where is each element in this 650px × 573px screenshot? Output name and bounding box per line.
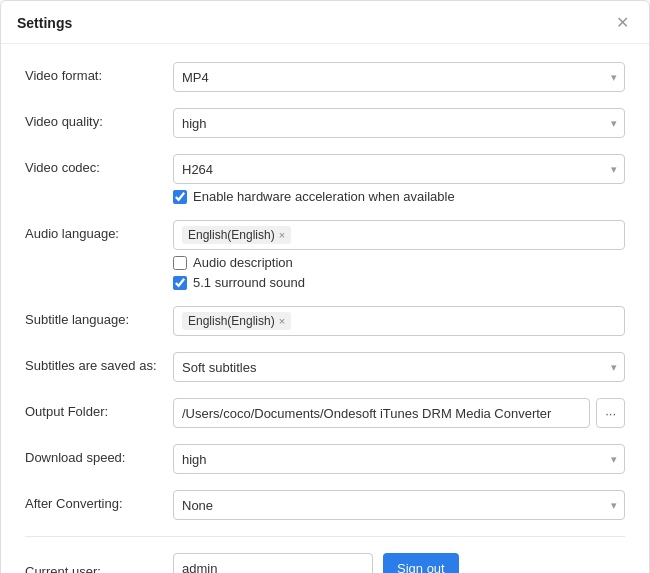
download-speed-row: Download speed: high medium low ▾ <box>25 436 625 482</box>
window-title: Settings <box>17 15 72 31</box>
subtitles-saved-as-row: Subtitles are saved as: Soft subtitles H… <box>25 344 625 390</box>
settings-content: Video format: MP4 MOV AVI MKV ▾ Video qu… <box>1 44 649 573</box>
sign-out-button[interactable]: Sign out <box>383 553 459 573</box>
download-speed-select[interactable]: high medium low <box>173 444 625 474</box>
current-user-label: Current user: <box>25 558 173 574</box>
subtitle-language-tag-input[interactable]: English(English) × <box>173 306 625 336</box>
video-quality-label: Video quality: <box>25 108 173 129</box>
video-format-row: Video format: MP4 MOV AVI MKV ▾ <box>25 54 625 100</box>
surround-sound-row: 5.1 surround sound <box>173 275 625 290</box>
audio-description-row: Audio description <box>173 255 625 270</box>
video-codec-select[interactable]: H264 H265 VP9 <box>173 154 625 184</box>
hw-acceleration-checkbox[interactable] <box>173 190 187 204</box>
after-converting-select[interactable]: None Open folder Shutdown <box>173 490 625 520</box>
audio-language-control: English(English) × Audio description 5.1… <box>173 220 625 290</box>
after-converting-row: After Converting: None Open folder Shutd… <box>25 482 625 528</box>
divider <box>25 536 625 537</box>
video-format-select-wrapper: MP4 MOV AVI MKV ▾ <box>173 62 625 92</box>
current-user-row: Current user: Sign out <box>25 545 625 573</box>
subtitles-saved-as-control: Soft subtitles Hard subtitles External s… <box>173 352 625 382</box>
subtitle-language-tag: English(English) × <box>182 312 291 330</box>
output-folder-browse-button[interactable]: ··· <box>596 398 625 428</box>
video-codec-label: Video codec: <box>25 154 173 175</box>
audio-language-tag-close[interactable]: × <box>279 230 285 241</box>
current-user-input[interactable] <box>173 553 373 573</box>
after-converting-label: After Converting: <box>25 490 173 511</box>
subtitle-language-label: Subtitle language: <box>25 306 173 327</box>
audio-description-checkbox[interactable] <box>173 256 187 270</box>
audio-description-label: Audio description <box>193 255 293 270</box>
subtitle-language-row: Subtitle language: English(English) × <box>25 298 625 344</box>
download-speed-control: high medium low ▾ <box>173 444 625 474</box>
video-format-control: MP4 MOV AVI MKV ▾ <box>173 62 625 92</box>
output-folder-control: ··· <box>173 398 625 428</box>
video-format-select[interactable]: MP4 MOV AVI MKV <box>173 62 625 92</box>
output-folder-input-row: ··· <box>173 398 625 428</box>
video-codec-row: Video codec: H264 H265 VP9 ▾ Enable hard… <box>25 146 625 212</box>
subtitle-language-tag-close[interactable]: × <box>279 316 285 327</box>
subtitle-language-control: English(English) × <box>173 306 625 336</box>
output-folder-label: Output Folder: <box>25 398 173 419</box>
dots-icon: ··· <box>605 406 616 421</box>
settings-window: Settings ✕ Video format: MP4 MOV AVI MKV… <box>0 0 650 573</box>
hw-acceleration-row: Enable hardware acceleration when availa… <box>173 189 625 204</box>
video-quality-control: high medium low ▾ <box>173 108 625 138</box>
video-codec-select-wrapper: H264 H265 VP9 ▾ <box>173 154 625 184</box>
after-converting-control: None Open folder Shutdown ▾ <box>173 490 625 520</box>
surround-sound-checkbox[interactable] <box>173 276 187 290</box>
audio-language-tag: English(English) × <box>182 226 291 244</box>
subtitles-saved-as-select[interactable]: Soft subtitles Hard subtitles External s… <box>173 352 625 382</box>
subtitles-saved-as-select-wrapper: Soft subtitles Hard subtitles External s… <box>173 352 625 382</box>
video-quality-row: Video quality: high medium low ▾ <box>25 100 625 146</box>
video-format-label: Video format: <box>25 62 173 83</box>
video-quality-select-wrapper: high medium low ▾ <box>173 108 625 138</box>
close-button[interactable]: ✕ <box>612 13 633 33</box>
audio-language-label: Audio language: <box>25 220 173 241</box>
current-user-control: Sign out <box>173 553 625 573</box>
subtitles-saved-as-label: Subtitles are saved as: <box>25 352 173 373</box>
surround-sound-label: 5.1 surround sound <box>193 275 305 290</box>
download-speed-label: Download speed: <box>25 444 173 465</box>
output-folder-input[interactable] <box>173 398 590 428</box>
hw-acceleration-label: Enable hardware acceleration when availa… <box>193 189 455 204</box>
audio-language-row: Audio language: English(English) × Audio… <box>25 212 625 298</box>
title-bar: Settings ✕ <box>1 1 649 44</box>
audio-language-tag-input[interactable]: English(English) × <box>173 220 625 250</box>
close-icon: ✕ <box>616 14 629 31</box>
download-speed-select-wrapper: high medium low ▾ <box>173 444 625 474</box>
current-user-input-row: Sign out <box>173 553 625 573</box>
video-quality-select[interactable]: high medium low <box>173 108 625 138</box>
output-folder-row: Output Folder: ··· <box>25 390 625 436</box>
video-codec-control: H264 H265 VP9 ▾ Enable hardware accelera… <box>173 154 625 204</box>
after-converting-select-wrapper: None Open folder Shutdown ▾ <box>173 490 625 520</box>
